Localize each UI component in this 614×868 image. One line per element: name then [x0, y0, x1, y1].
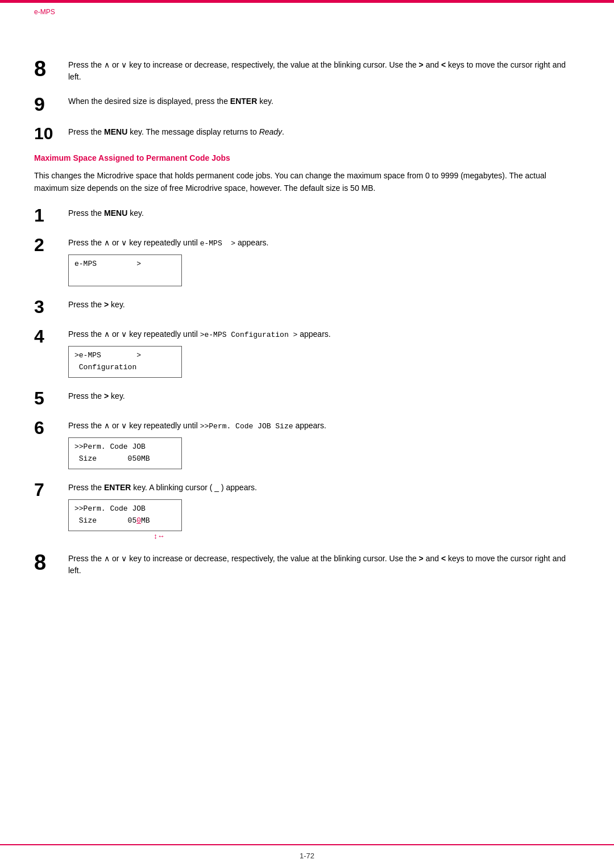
step-row-5: 5 Press the > key. [34, 388, 580, 407]
step-text-9: When the desired size is displayed, pres… [68, 95, 580, 107]
step-text-3: Press the > key. [68, 299, 580, 311]
display-line1-4: >e-MPS > [74, 350, 176, 362]
header-label: e-MPS [34, 8, 55, 16]
step-row-9: 9 When the desired size is displayed, pr… [34, 93, 580, 114]
step-content-5: Press the > key. [68, 388, 580, 402]
step-text-6: Press the ∧ or ∨ key repeatedly until >>… [68, 420, 580, 432]
display-line1-2: e-MPS > [74, 258, 176, 270]
step-content-6: Press the ∧ or ∨ key repeatedly until >>… [68, 418, 580, 469]
main-content: 8 Press the ∧ or ∨ key to increase or de… [34, 34, 580, 577]
bottom-border [0, 844, 614, 845]
step-number-2: 2 [34, 235, 68, 254]
page-footer: 1-72 [0, 852, 614, 860]
step-row-8-bottom: 8 Press the ∧ or ∨ key to increase or de… [34, 550, 580, 577]
section-heading: Maximum Space Assigned to Permanent Code… [34, 153, 580, 162]
step-content-8-top: Press the ∧ or ∨ key to increase or decr… [68, 57, 580, 83]
step-row-6: 6 Press the ∧ or ∨ key repeatedly until … [34, 418, 580, 469]
cursor-indicator: ↕↔ [68, 531, 182, 540]
display-line1-6: >>Perm. Code JOB [74, 441, 176, 453]
step-content-3: Press the > key. [68, 297, 580, 311]
display-box-7-wrapper: >>Perm. Code JOB Size 050MB ↕↔ [68, 494, 182, 540]
step-row-7: 7 Press the ENTER key. A blinking cursor… [34, 479, 580, 540]
step-number-5: 5 [34, 388, 68, 407]
display-box-4: >e-MPS > Configuration [68, 346, 182, 378]
step-text-2: Press the ∧ or ∨ key repeatedly until e-… [68, 237, 580, 249]
display-line2-4: Configuration [74, 362, 176, 374]
step-number-1: 1 [34, 205, 68, 224]
cursor-arrows-icon: ↕↔ [154, 532, 165, 540]
step-text-8-top: Press the ∧ or ∨ key to increase or decr… [68, 59, 580, 83]
page-header: e-MPS [34, 7, 55, 16]
step-row-10: 10 Press the MENU key. The message displ… [34, 124, 580, 142]
step-row-1: 1 Press the MENU key. [34, 205, 580, 224]
step-row-4: 4 Press the ∧ or ∨ key repeatedly until … [34, 326, 580, 378]
step-text-5: Press the > key. [68, 390, 580, 402]
page-number: 1-72 [300, 852, 314, 860]
step-text-7: Press the ENTER key. A blinking cursor (… [68, 482, 580, 494]
step-text-4: Press the ∧ or ∨ key repeatedly until >e… [68, 328, 580, 341]
step-content-7: Press the ENTER key. A blinking cursor (… [68, 479, 580, 540]
step-number-6: 6 [34, 418, 68, 437]
step-row-8-top: 8 Press the ∧ or ∨ key to increase or de… [34, 57, 580, 83]
step-row-2: 2 Press the ∧ or ∨ key repeatedly until … [34, 235, 580, 286]
step-text-8-bottom: Press the ∧ or ∨ key to increase or decr… [68, 553, 580, 577]
step-text-10: Press the MENU key. The message display … [68, 126, 580, 138]
step-content-4: Press the ∧ or ∨ key repeatedly until >e… [68, 326, 580, 378]
display-box-6: >>Perm. Code JOB Size 050MB [68, 437, 182, 469]
step-content-8-bottom: Press the ∧ or ∨ key to increase or decr… [68, 550, 580, 577]
step-number-8-bottom: 8 [34, 550, 68, 573]
step-content-1: Press the MENU key. [68, 205, 580, 219]
step-number-9: 9 [34, 93, 68, 114]
step-number-10: 10 [34, 124, 68, 142]
display-box-2: e-MPS > [68, 254, 182, 286]
top-border [0, 0, 614, 3]
display-line1-7: >>Perm. Code JOB [74, 503, 176, 515]
step-content-2: Press the ∧ or ∨ key repeatedly until e-… [68, 235, 580, 286]
step-text-1: Press the MENU key. [68, 207, 580, 219]
step-content-10: Press the MENU key. The message display … [68, 124, 580, 138]
display-box-7: >>Perm. Code JOB Size 050MB [68, 499, 182, 531]
step-number-7: 7 [34, 479, 68, 499]
body-text: This changes the Microdrive space that h… [34, 169, 580, 195]
step-number-3: 3 [34, 297, 68, 316]
step-number-4: 4 [34, 326, 68, 345]
display-line2-2 [74, 270, 176, 282]
display-line2-6: Size 050MB [74, 453, 176, 465]
step-row-3: 3 Press the > key. [34, 297, 580, 316]
step-number-8-top: 8 [34, 57, 68, 80]
display-line2-7: Size 050MB [74, 515, 176, 527]
step-content-9: When the desired size is displayed, pres… [68, 93, 580, 107]
